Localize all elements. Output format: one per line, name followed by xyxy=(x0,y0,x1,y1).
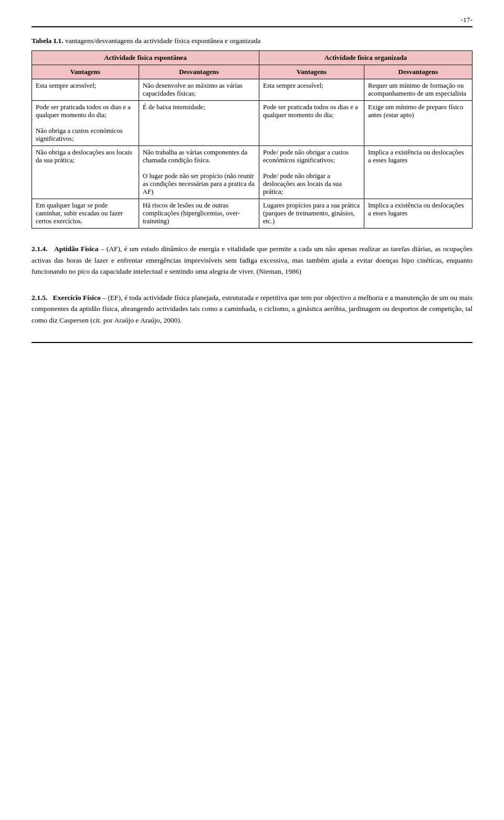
section-215-num: 2.1.5. xyxy=(32,294,47,302)
main-table: Actividade física espontânea Actividade … xyxy=(32,50,472,229)
table-cell-1-3: Exige um mínimo de preparo físico antes … xyxy=(364,101,472,146)
section-214: 2.1.4. Aptidão Física – (AF), é um estad… xyxy=(32,243,472,277)
table-cell-1-2: Pode ser praticada todos os dias e a qua… xyxy=(259,101,364,146)
table-title-prefix: Tabela I.1. xyxy=(32,37,64,45)
table-cell-0-3: Requer um mínimo de formação ou acompanh… xyxy=(364,79,472,101)
page: -17- Tabela I.1. vantagens/desvantagens … xyxy=(0,0,504,820)
section-215-label: Exercício Físico xyxy=(53,294,101,302)
table-cell-1-1: É de baixa intensidade; xyxy=(139,101,259,146)
table-row: Em qualquer lugar se pode caminhar, subi… xyxy=(32,199,472,229)
table-cell-2-3: Implica a existência ou deslocações a es… xyxy=(364,146,472,199)
table-title: Tabela I.1. vantagens/desvantagens da ac… xyxy=(32,37,472,45)
table-cell-3-0: Em qualquer lugar se pode caminhar, subi… xyxy=(32,199,139,229)
table-cell-0-1: Não desenvolve ao máximo as várias capac… xyxy=(139,79,259,101)
table-cell-2-2: Pode/ pode não obrigar a custos económic… xyxy=(259,146,364,199)
table-header-row: Actividade física espontânea Actividade … xyxy=(32,51,472,65)
table-cell-3-1: Há riscos de lesões ou de outras complic… xyxy=(139,199,259,229)
col-group2-header: Actividade física organizada xyxy=(259,51,472,65)
table-cell-2-1: Não trabalha as várias componentes da ch… xyxy=(139,146,259,199)
table-cell-1-0: Pode ser praticada todos os dias e a qua… xyxy=(32,101,139,146)
subheader-vantagens2: Vantagens xyxy=(259,65,364,79)
subheader-desvantagens1: Desvantagens xyxy=(139,65,259,79)
subheader-desvantagens2: Desvantagens xyxy=(364,65,472,79)
col-group1-header: Actividade física espontânea xyxy=(32,51,259,65)
table-title-text: vantagens/desvantagens da actividade fís… xyxy=(65,37,260,45)
table-cell-3-2: Lugares propícios para a sua prática (pa… xyxy=(259,199,364,229)
section-215: 2.1.5. Exercício Físico – (EF), é toda a… xyxy=(32,292,472,326)
table-cell-3-3: Implica a existência ou deslocações a es… xyxy=(364,199,472,229)
page-number: -17- xyxy=(32,16,472,27)
table-body: Esta sempre acessível;Não desenvolve ao … xyxy=(32,79,472,229)
table-row: Não obriga a deslocações aos locais da s… xyxy=(32,146,472,199)
page-number-text: -17- xyxy=(461,16,473,24)
table-cell-2-0: Não obriga a deslocações aos locais da s… xyxy=(32,146,139,199)
bottom-line xyxy=(32,342,472,343)
table-cell-0-2: Esta sempre acessível; xyxy=(259,79,364,101)
section-214-num: 2.1.4. xyxy=(32,245,47,253)
subheader-vantagens1: Vantagens xyxy=(32,65,139,79)
section-214-label: Aptidão Física xyxy=(54,245,98,253)
table-cell-0-0: Esta sempre acessível; xyxy=(32,79,139,101)
table-subheader-row: Vantagens Desvantagens Vantagens Desvant… xyxy=(32,65,472,79)
table-row: Esta sempre acessível;Não desenvolve ao … xyxy=(32,79,472,101)
table-row: Pode ser praticada todos os dias e a qua… xyxy=(32,101,472,146)
